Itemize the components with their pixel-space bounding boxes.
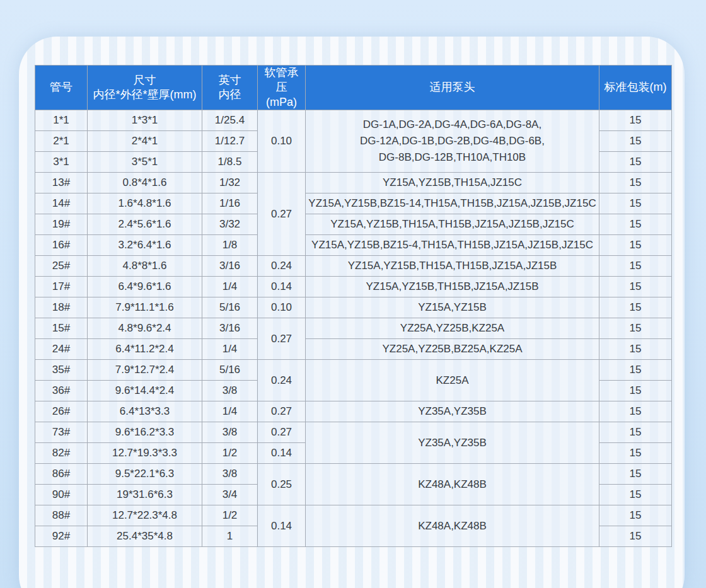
cell-pack: 15 — [599, 297, 672, 318]
cell-pumps: YZ15A,YZ15B,TH15A,JZ15C — [306, 173, 599, 193]
table-row: 1*11*3*11/25.40.10DG-1A,DG-2A,DG-4A,DG-6… — [35, 110, 672, 131]
cell-pumps: YZ25A,YZ25B,KZ25A — [306, 318, 599, 339]
cell-tube-no: 18# — [35, 297, 88, 318]
cell-pressure: 0.27 — [258, 173, 306, 256]
cell-pressure: 0.10 — [258, 110, 306, 173]
cell-inch: 1 — [202, 526, 258, 547]
cell-pack: 15 — [599, 526, 672, 547]
cell-inch: 1/4 — [202, 339, 258, 360]
cell-pack: 15 — [599, 131, 672, 152]
table-row: 35#7.9*12.7*2.45/160.24KZ25A15 — [35, 360, 672, 381]
cell-pack: 15 — [599, 235, 672, 256]
cell-inch: 1/4 — [202, 401, 258, 422]
cell-pumps: DG-1A,DG-2A,DG-4A,DG-6A,DG-8A,DG-12A,DG-… — [306, 110, 599, 173]
cell-tube-no: 15# — [35, 318, 88, 339]
cell-pressure: 0.14 — [258, 505, 306, 547]
cell-inch: 1/2 — [202, 505, 258, 526]
cell-pressure: 0.24 — [258, 256, 306, 277]
header-pressure: 软管承压 (mPa) — [258, 66, 306, 110]
table-row: 17#6.4*9.6*1.61/40.14YZ15A,YZ15B,TH15B,J… — [35, 277, 672, 297]
table-row: 15#4.8*9.6*2.43/160.27YZ25A,YZ25B,KZ25A1… — [35, 318, 672, 339]
cell-size: 6.4*11.2*2.4 — [88, 339, 202, 360]
cell-size: 0.8*4*1.6 — [88, 173, 202, 193]
cell-tube-no: 17# — [35, 277, 88, 297]
cell-pumps: YZ35A,YZ35B — [306, 422, 599, 464]
cell-tube-no: 35# — [35, 360, 88, 381]
cell-size: 25.4*35*4.8 — [88, 526, 202, 547]
cell-size: 9.5*22.1*6.3 — [88, 464, 202, 485]
cell-tube-no: 25# — [35, 256, 88, 277]
cell-pumps: YZ25A,YZ25B,BZ25A,KZ25A — [306, 339, 599, 360]
cell-inch: 3/16 — [202, 318, 258, 339]
cell-pack: 15 — [599, 381, 672, 401]
cell-pack: 15 — [599, 339, 672, 360]
cell-inch: 1/4 — [202, 277, 258, 297]
cell-pumps: YZ15A,YZ15B,TH15B,JZ15A,JZ15B — [306, 277, 599, 297]
cell-pressure: 0.14 — [258, 443, 306, 464]
cell-size: 2*4*1 — [88, 131, 202, 152]
table-row: 19#2.4*5.6*1.63/32YZ15A,YZ15B,TH15A,TH15… — [35, 214, 672, 235]
cell-inch: 1/25.4 — [202, 110, 258, 131]
cell-pack: 15 — [599, 110, 672, 131]
cell-pressure: 0.10 — [258, 297, 306, 318]
cell-pumps: KZ25A — [306, 360, 599, 401]
cell-tube-no: 92# — [35, 526, 88, 547]
cell-inch: 1/32 — [202, 173, 258, 193]
table-row: 88#12.7*22.3*4.81/20.14KZ48A,KZ48B15 — [35, 505, 672, 526]
header-tube-no-label: 管号 — [38, 80, 84, 95]
cell-inch: 3/32 — [202, 214, 258, 235]
cell-tube-no: 24# — [35, 339, 88, 360]
cell-pack: 15 — [599, 318, 672, 339]
cell-pumps: YZ15A,YZ15B — [306, 297, 599, 318]
table-row: 73#9.6*16.2*3.33/80.27YZ35A,YZ35B15 — [35, 422, 672, 443]
cell-tube-no: 1*1 — [35, 110, 88, 131]
cell-pressure: 0.14 — [258, 277, 306, 297]
cell-pack: 15 — [599, 173, 672, 193]
cell-size: 9.6*14.4*2.4 — [88, 381, 202, 401]
tubing-spec-table: 管号 尺寸 内径*外径*壁厚(mm) 英寸 内径 软管承压 (mPa) 适用泵头… — [35, 65, 672, 547]
cell-tube-no: 86# — [35, 464, 88, 485]
cell-pumps: KZ48A,KZ48B — [306, 464, 599, 505]
cell-size: 1*3*1 — [88, 110, 202, 131]
cell-inch: 3/8 — [202, 422, 258, 443]
cell-pressure: 0.24 — [258, 360, 306, 401]
cell-inch: 3/8 — [202, 464, 258, 485]
cell-tube-no: 14# — [35, 193, 88, 214]
table-row: 18#7.9*11.1*1.65/160.10YZ15A,YZ15B15 — [35, 297, 672, 318]
cell-tube-no: 88# — [35, 505, 88, 526]
cell-inch: 3/16 — [202, 256, 258, 277]
header-pack: 标准包装(m) — [599, 66, 672, 110]
cell-size: 4.8*8*1.6 — [88, 256, 202, 277]
header-row: 管号 尺寸 内径*外径*壁厚(mm) 英寸 内径 软管承压 (mPa) 适用泵头… — [35, 66, 672, 110]
cell-inch: 1/8 — [202, 235, 258, 256]
cell-size: 19*31.6*6.3 — [88, 485, 202, 505]
cell-tube-no: 90# — [35, 485, 88, 505]
table-row: 86#9.5*22.1*6.33/80.25KZ48A,KZ48B15 — [35, 464, 672, 485]
cell-size: 2.4*5.6*1.6 — [88, 214, 202, 235]
header-size: 尺寸 内径*外径*壁厚(mm) — [88, 66, 202, 110]
cell-tube-no: 19# — [35, 214, 88, 235]
table-row: 14#1.6*4.8*1.61/16YZ15A,YZ15B,BZ15-14,TH… — [35, 193, 672, 214]
cell-tube-no: 13# — [35, 173, 88, 193]
cell-tube-no: 26# — [35, 401, 88, 422]
cell-pressure: 0.27 — [258, 401, 306, 422]
cell-inch: 1/2 — [202, 443, 258, 464]
cell-size: 6.4*9.6*1.6 — [88, 277, 202, 297]
cell-size: 7.9*11.1*1.6 — [88, 297, 202, 318]
cell-pumps: KZ48A,KZ48B — [306, 505, 599, 547]
cell-pack: 15 — [599, 360, 672, 381]
table-row: 24#6.4*11.2*2.41/4YZ25A,YZ25B,BZ25A,KZ25… — [35, 339, 672, 360]
cell-pressure: 0.27 — [258, 422, 306, 443]
header-pumps: 适用泵头 — [306, 66, 599, 110]
cell-size: 12.7*22.3*4.8 — [88, 505, 202, 526]
table-row: 16#3.2*6.4*1.61/8YZ15A,YZ15B,BZ15-4,TH15… — [35, 235, 672, 256]
cell-pack: 15 — [599, 422, 672, 443]
cell-inch: 1/8.5 — [202, 152, 258, 173]
cell-inch: 1/16 — [202, 193, 258, 214]
cell-inch: 3/8 — [202, 381, 258, 401]
cell-inch: 1/12.7 — [202, 131, 258, 152]
cell-size: 9.6*16.2*3.3 — [88, 422, 202, 443]
cell-pack: 15 — [599, 485, 672, 505]
table-row: 25#4.8*8*1.63/160.24YZ15A,YZ15B,TH15A,TH… — [35, 256, 672, 277]
cell-pack: 15 — [599, 152, 672, 173]
